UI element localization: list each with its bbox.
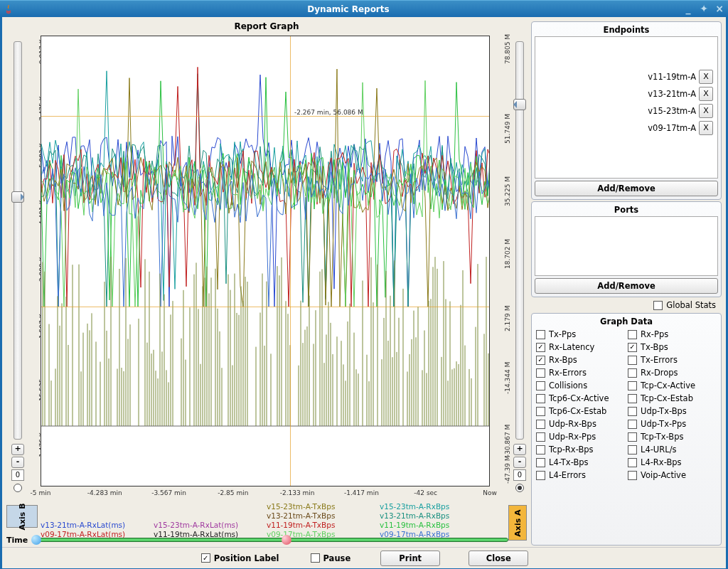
time-knob-start[interactable] <box>31 535 41 545</box>
graph-data-label: L4-Rx-Bps <box>641 457 682 467</box>
graph-data-checkbox[interactable] <box>628 394 637 403</box>
graph-data-item: Tcp-Tx-Bps <box>626 430 718 443</box>
legend-item: v15-23tm-A-RxLat(ms) <box>154 521 264 530</box>
endpoints-title: Endpoints <box>535 23 718 36</box>
graph-data-item: L4-Rx-Bps <box>626 456 718 469</box>
endpoint-remove-button[interactable]: X <box>699 121 713 135</box>
endpoint-label: v11-19tm-A <box>648 72 696 82</box>
graph-data-item: Collisions <box>535 379 626 392</box>
graph-data-checkbox[interactable] <box>536 432 545 442</box>
axis-b-radio[interactable] <box>14 484 22 492</box>
pause-checkbox[interactable] <box>311 553 320 563</box>
graph-data-label: Rx-Errors <box>549 368 587 378</box>
graph-data-checkbox[interactable] <box>536 458 545 467</box>
time-slider[interactable] <box>32 538 508 542</box>
graph-data-label: Tx-Errors <box>641 355 678 365</box>
graph-data-checkbox[interactable] <box>628 471 637 480</box>
endpoints-panel: Endpoints v11-19tm-AXv13-21tm-AXv15-23tm… <box>531 21 722 200</box>
graph-data-checkbox[interactable] <box>628 445 637 454</box>
position-label-checkbox[interactable] <box>201 553 210 563</box>
pause-row: Pause <box>309 552 353 565</box>
chart-lines <box>41 36 490 486</box>
graph-data-checkbox[interactable] <box>536 394 545 403</box>
ports-list <box>535 216 718 276</box>
graph-data-item: Tcp-Cx-Estab <box>626 392 718 405</box>
graph-data-checkbox[interactable] <box>628 458 637 467</box>
graph-data-checkbox[interactable] <box>536 356 545 365</box>
graph-data-checkbox[interactable] <box>536 368 545 378</box>
graph-data-item: L4-Tx-Bps <box>535 456 626 469</box>
endpoint-remove-button[interactable]: X <box>699 87 713 101</box>
graph-data-checkbox[interactable] <box>628 407 637 416</box>
graph-data-checkbox[interactable] <box>628 368 637 378</box>
spin-down-button[interactable]: - <box>513 457 526 468</box>
maximize-button[interactable]: ✦ <box>698 4 710 15</box>
graph-data-title: Graph Data <box>535 315 718 328</box>
java-icon <box>3 4 14 15</box>
graph-data-checkbox[interactable] <box>628 356 637 365</box>
ports-panel: Ports Add/Remove <box>531 201 722 297</box>
ports-add-remove-button[interactable]: Add/Remove <box>535 278 718 294</box>
graph-data-label: Udp-Tx-Bps <box>641 406 687 416</box>
endpoints-add-remove-button[interactable]: Add/Remove <box>535 181 718 196</box>
spin-up-button[interactable]: + <box>11 444 24 455</box>
graph-data-checkbox[interactable] <box>536 330 545 339</box>
graph-data-checkbox[interactable] <box>536 381 545 390</box>
print-button[interactable]: Print <box>380 551 440 566</box>
graph-data-checkbox[interactable] <box>628 330 637 339</box>
endpoint-remove-button[interactable]: X <box>699 70 713 84</box>
graph-data-checkbox[interactable] <box>536 343 545 352</box>
graph-data-checkbox[interactable] <box>536 407 545 416</box>
graph-data-label: Tcp-Rx-Bps <box>549 445 594 454</box>
axis-b-label[interactable]: Axis B <box>6 505 38 528</box>
legend-item <box>154 502 264 511</box>
close-window-button[interactable]: × <box>714 4 725 15</box>
slider-thumb[interactable] <box>11 191 24 203</box>
graph-data-item: Udp-Tx-Pps <box>626 418 718 430</box>
window-title: Dynamic Reports <box>14 4 682 14</box>
legend-item: v13-21tm-A-TxBps <box>267 511 377 521</box>
y-left-ticks: 9.917 K7.475 K5.983 K4.491 K2.999 K1.507… <box>28 36 40 486</box>
x-ticks: -5 min-4.283 min-3.567 min-2.85 min-2.13… <box>41 489 490 499</box>
time-knob-cursor[interactable] <box>282 535 291 545</box>
slider-thumb[interactable] <box>513 99 526 110</box>
graph-data-checkbox[interactable] <box>628 432 637 442</box>
graph-data-label: L4-Errors <box>549 470 586 480</box>
graph-data-label: Tx-Bps <box>641 342 668 352</box>
global-stats-row: Global Stats <box>531 299 722 312</box>
bottom-bar: Position Label Pause Print Close <box>2 547 726 568</box>
axis-b-range-slider[interactable] <box>14 41 22 440</box>
chart-canvas[interactable]: -2.267 min, 56.086 M <box>41 36 490 486</box>
spin-value[interactable]: 0 <box>513 469 526 481</box>
graph-data-label: Udp-Rx-Bps <box>549 419 596 429</box>
spin-value[interactable]: 0 <box>11 469 24 481</box>
axis-a-label[interactable]: Axis A <box>508 505 527 541</box>
graph-data-checkbox[interactable] <box>628 381 637 390</box>
axis-a-range-slider[interactable] <box>515 41 524 440</box>
titlebar: Dynamic Reports _ ✦ × <box>0 0 728 17</box>
graph-data-checkbox[interactable] <box>536 420 545 429</box>
global-stats-checkbox[interactable] <box>653 301 663 310</box>
graph-data-checkbox[interactable] <box>628 343 637 352</box>
minimize-button[interactable]: _ <box>682 4 694 15</box>
legend-item: v11-19tm-A-TxBps <box>267 521 377 530</box>
graph-data-item: Rx-Errors <box>535 366 626 379</box>
legend-item: v15-23tm-A-TxBps <box>267 502 377 511</box>
graph-data-label: Tcp-Tx-Bps <box>641 432 684 442</box>
graph-data-item: L4-Errors <box>535 469 626 482</box>
spin-down-button[interactable]: - <box>11 457 24 468</box>
endpoint-row: v11-19tm-AX <box>535 68 717 85</box>
time-slider-row: Time <box>6 534 508 546</box>
guide-h <box>41 307 489 307</box>
graph-title: Report Graph <box>6 21 527 34</box>
graph-data-item: Rx-Pps <box>626 328 718 341</box>
graph-data-checkbox[interactable] <box>628 420 637 429</box>
close-button[interactable]: Close <box>469 551 528 566</box>
graph-data-checkbox[interactable] <box>536 445 545 454</box>
spin-up-button[interactable]: + <box>513 444 526 455</box>
axis-a-radio[interactable] <box>515 484 524 492</box>
endpoint-remove-button[interactable]: X <box>699 104 713 118</box>
legend-item <box>41 511 151 521</box>
graph-data-item: Rx-Bps <box>535 353 626 366</box>
graph-data-checkbox[interactable] <box>536 471 545 480</box>
